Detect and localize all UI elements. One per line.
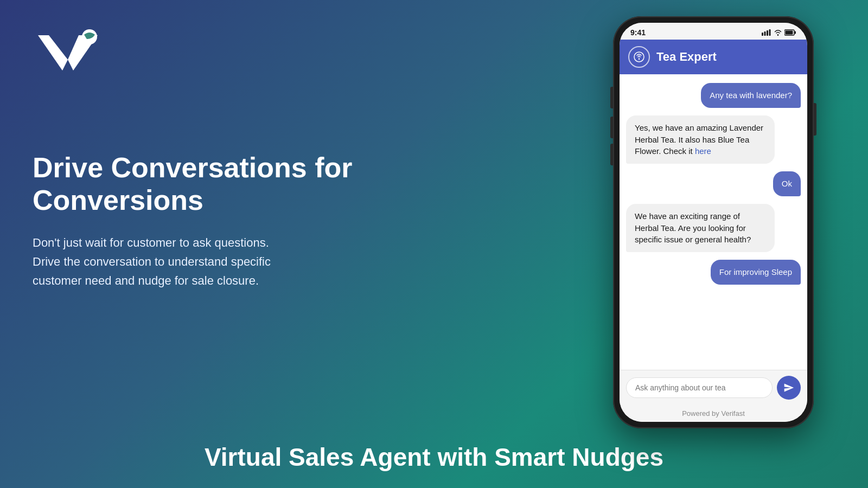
chat-bubble-user-2: Ok	[773, 171, 801, 196]
app-header: Tea Expert	[620, 40, 807, 74]
chat-bubble-user-1: Any tea with lavender?	[701, 83, 801, 108]
app-title: Tea Expert	[656, 50, 717, 64]
wifi-icon	[774, 29, 782, 36]
send-button[interactable]	[777, 376, 801, 400]
here-link[interactable]: here	[695, 146, 711, 156]
chat-area[interactable]: Any tea with lavender? Yes, we have an a…	[620, 74, 807, 370]
svg-point-8	[634, 52, 644, 62]
phone-screen: 9:41	[620, 23, 807, 422]
svg-rect-3	[767, 30, 768, 36]
tea-icon	[633, 51, 645, 63]
svg-rect-2	[764, 31, 766, 36]
battery-icon	[784, 29, 796, 36]
status-time: 9:41	[630, 28, 646, 37]
input-area	[620, 370, 807, 405]
chat-input-field[interactable]	[626, 377, 773, 398]
headline: Drive Conversations for Conversions	[33, 152, 353, 217]
status-icons	[762, 29, 796, 36]
left-content: Drive Conversations for Conversions Don'…	[33, 152, 353, 290]
svg-rect-7	[786, 31, 793, 35]
brand-logo	[33, 27, 103, 81]
chat-bubble-bot-1: Yes, we have an amazing Lavender Herbal …	[626, 115, 775, 164]
svg-rect-4	[769, 29, 771, 36]
subtext: Don't just wait for customer to ask ques…	[33, 233, 353, 291]
app-header-icon	[628, 46, 650, 68]
svg-rect-6	[795, 31, 796, 34]
signal-icon	[762, 29, 771, 36]
powered-by: Powered by Verifast	[620, 405, 807, 422]
phone-outer-shell: 9:41	[613, 16, 814, 428]
logo-area	[33, 27, 103, 84]
status-bar: 9:41	[620, 23, 807, 40]
chat-bubble-bot-2: We have an exciting range of Herbal Tea.…	[626, 204, 775, 252]
bottom-tagline: Virtual Sales Agent with Smart Nudges	[0, 442, 868, 472]
chat-bubble-user-3: For improving Sleep	[711, 260, 801, 285]
send-icon	[783, 382, 794, 393]
phone-mockup: 9:41	[613, 16, 814, 428]
svg-rect-1	[762, 33, 763, 36]
